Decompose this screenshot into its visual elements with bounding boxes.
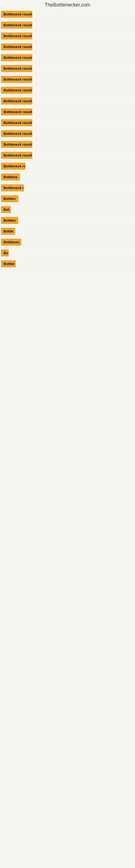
list-item[interactable]: Bottleneck result [0,139,135,150]
list-item[interactable]: Bottlen [0,215,135,226]
bottleneck-result-label: Bottleneck result [1,76,32,83]
list-item[interactable]: Bottleneck result [0,85,135,96]
list-item[interactable]: Bottleneck result [0,20,135,31]
list-item[interactable]: Bottlene [0,172,135,183]
list-item[interactable]: Bottlenec [0,237,135,248]
bottleneck-result-label: Bottleneck result [1,98,32,104]
list-item[interactable]: Bottleneck r [0,183,135,193]
bottleneck-result-label: Bottlene [1,174,20,180]
list-item[interactable]: Bottleneck result [0,118,135,128]
list-item[interactable]: Bottleneck result [0,9,135,20]
list-item[interactable]: Bottleneck result [0,74,135,85]
site-title: TheBottlenecker.com [0,0,135,9]
list-item[interactable]: Bottleneck result [0,31,135,41]
bottleneck-result-label: Bottleneck result [1,130,32,137]
bottleneck-result-label: Bottleneck result [1,54,32,61]
bottleneck-result-label: Bottler [1,260,16,267]
list-item[interactable]: Bottleneck result [0,128,135,139]
bottleneck-result-label: Bottleneck result [1,65,32,72]
bottleneck-result-label: Bottleneck result [1,119,32,126]
bottleneck-result-label: Bottleneck result [1,22,32,29]
list-item[interactable]: Bottleneck result [0,41,135,52]
list-item[interactable]: Bottleneck result [0,106,135,118]
list-item[interactable]: Bo [0,248,135,258]
list-item[interactable]: Bottleneck re [0,161,135,172]
list-item[interactable]: Bottle [0,226,135,237]
bottleneck-result-label: Bottlen [1,195,18,202]
bottleneck-result-label: Bottleneck result [1,11,32,18]
bottleneck-result-label: Bottleneck result [1,108,32,115]
bottleneck-result-label: Bot [1,206,11,213]
list-item[interactable]: Bottleneck result [0,52,135,63]
bottleneck-result-label: Bottleneck result [1,87,32,94]
bottleneck-result-label: Bottlen [1,217,18,224]
list-item[interactable]: Bottler [0,258,135,269]
list-item[interactable]: Bottleneck result [0,63,135,74]
bottleneck-result-label: Bottleneck result [1,33,32,39]
list-item[interactable]: Bottleneck result [0,96,135,106]
bottleneck-result-label: Bottleneck re [1,163,26,169]
bottleneck-result-label: Bottleneck result [1,141,32,148]
site-header: TheBottlenecker.com [0,0,135,9]
bottleneck-result-label: Bottle [1,228,15,235]
list-item[interactable]: Bottlen [0,193,135,204]
bottleneck-result-label: Bottleneck r [1,184,24,191]
bottleneck-result-label: Bo [1,250,9,256]
bottleneck-result-label: Bottlenec [1,239,21,246]
rows-container: Bottleneck resultBottleneck resultBottle… [0,9,135,269]
bottleneck-result-label: Bottleneck result [1,152,32,159]
list-item[interactable]: Bottleneck result [0,150,135,161]
list-item[interactable]: Bot [0,204,135,215]
bottleneck-result-label: Bottleneck result [1,43,32,50]
